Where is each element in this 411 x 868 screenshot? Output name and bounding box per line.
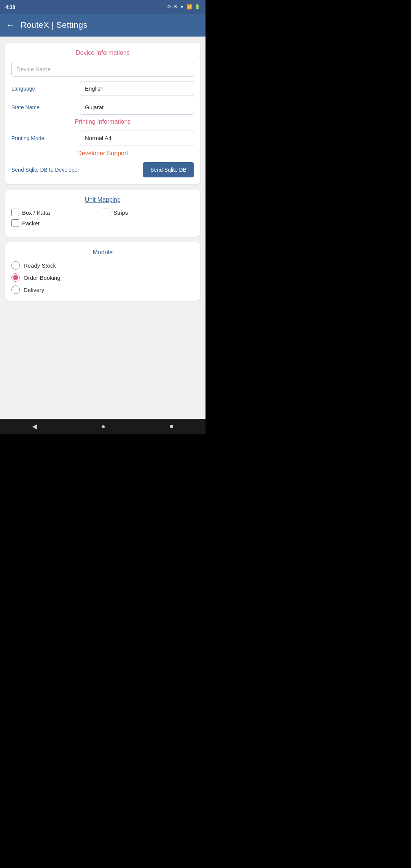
unit-mapping-title: Unit Mapping <box>11 196 194 203</box>
settings-icon: ⚙ <box>167 4 171 10</box>
radio-item-ready-stock[interactable]: Ready Stock <box>11 261 194 270</box>
checkbox-packet-label: Packet <box>22 220 40 227</box>
language-label: Language <box>11 86 80 92</box>
device-name-input[interactable] <box>11 62 194 77</box>
wifi-icon: ▼ <box>180 4 184 10</box>
device-info-title: Device Informations <box>11 49 194 56</box>
nav-home-button[interactable]: ● <box>94 421 113 432</box>
nav-back-button[interactable]: ◀ <box>24 421 45 432</box>
module-card: Module Ready Stock Order Booking Deliver… <box>5 242 200 301</box>
back-button[interactable]: ← <box>6 20 14 30</box>
radio-item-order-booking[interactable]: Order Booking <box>11 273 194 282</box>
status-time: 4:38 <box>5 4 15 10</box>
radio-item-delivery[interactable]: Delivery <box>11 286 194 294</box>
state-name-value[interactable]: Gujarat <box>80 100 194 115</box>
printing-info-title: Printing Informations <box>11 118 194 125</box>
radio-order-booking[interactable] <box>11 273 20 282</box>
battery-icon: 🔋 <box>194 4 200 10</box>
page-title: RouteX | Settings <box>21 20 88 30</box>
checkbox-item-strips[interactable]: Strips <box>103 209 194 216</box>
device-name-field[interactable] <box>11 62 194 77</box>
device-info-card: Device Informations Language English Sta… <box>5 43 200 184</box>
checkbox-item-packet[interactable]: Packet <box>11 219 194 227</box>
developer-support-title: Developer Support <box>11 150 194 157</box>
send-sqlite-button[interactable]: Send Sqlite DB <box>143 162 194 177</box>
checkbox-strips-label: Strips <box>113 209 128 216</box>
radio-ready-stock-label: Ready Stock <box>24 262 56 269</box>
checkbox-packet[interactable] <box>11 219 19 227</box>
main-content: Device Informations Language English Sta… <box>0 37 206 419</box>
unit-mapping-row-2: Packet <box>11 219 194 227</box>
checkbox-box-katta[interactable] <box>11 209 19 216</box>
printing-mode-row: Printing Mode Normal A4 <box>11 131 194 145</box>
radio-delivery[interactable] <box>11 286 20 294</box>
checkbox-item-box-katta[interactable]: Box / Katta <box>11 209 103 216</box>
send-sqlite-row: Send Sqlite DB to Developer Send Sqlite … <box>11 162 194 177</box>
language-row: Language English <box>11 81 194 96</box>
printing-mode-label: Printing Mode <box>11 135 80 141</box>
checkbox-strips[interactable] <box>103 209 110 216</box>
checkbox-box-katta-label: Box / Katta <box>22 209 50 216</box>
module-title: Module <box>11 249 194 256</box>
nav-recent-button[interactable]: ■ <box>162 421 181 432</box>
unit-mapping-row-1: Box / Katta Strips <box>11 209 194 216</box>
language-value[interactable]: English <box>80 81 194 96</box>
email-icon: ✉ <box>174 4 177 10</box>
unit-mapping-card: Unit Mapping Box / Katta Strips Packet <box>5 190 200 237</box>
radio-delivery-label: Delivery <box>24 287 44 293</box>
signal-icon: 📶 <box>186 4 192 10</box>
radio-ready-stock[interactable] <box>11 261 20 270</box>
unit-mapping-grid: Box / Katta Strips Packet <box>11 209 194 230</box>
module-radio-list: Ready Stock Order Booking Delivery <box>11 261 194 294</box>
status-icons: ⚙ ✉ ▼ 📶 🔋 <box>167 4 200 10</box>
printing-mode-value[interactable]: Normal A4 <box>80 131 194 145</box>
send-sqlite-label: Send Sqlite DB to Developer <box>11 167 143 173</box>
state-name-label: State Name <box>11 104 80 110</box>
state-name-row: State Name Gujarat <box>11 100 194 115</box>
app-bar: ← RouteX | Settings <box>0 14 206 37</box>
bottom-nav: ◀ ● ■ <box>0 419 206 434</box>
status-bar: 4:38 ⚙ ✉ ▼ 📶 🔋 <box>0 0 206 14</box>
radio-order-booking-label: Order Booking <box>24 274 61 281</box>
